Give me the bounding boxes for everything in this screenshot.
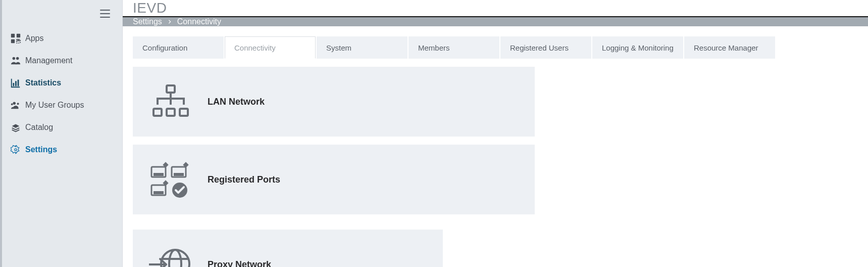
sidebar: Apps Management Statistics My User Group…	[0, 0, 123, 267]
tab-label: Registered Users	[510, 43, 569, 52]
svg-rect-21	[174, 173, 184, 176]
tab-label: Logging & Monitoring	[602, 43, 674, 52]
tab-label: Connectivity	[234, 43, 276, 52]
svg-rect-14	[154, 109, 162, 116]
sidebar-item-label: Statistics	[24, 78, 61, 87]
sidebar-item-label: Management	[24, 56, 72, 65]
svg-point-11	[11, 103, 13, 105]
sidebar-item-settings[interactable]: Settings	[2, 139, 122, 161]
svg-point-9	[13, 102, 16, 105]
tab-label: Members	[418, 43, 450, 52]
card-registered-ports[interactable]: Registered Ports	[133, 145, 535, 214]
statistics-icon	[7, 77, 24, 88]
tab-configuration[interactable]: Configuration	[133, 36, 224, 59]
card-title: Proxy Network	[208, 259, 271, 268]
svg-rect-13	[167, 85, 175, 93]
sidebar-item-apps[interactable]: Apps	[2, 27, 122, 50]
svg-rect-16	[180, 109, 188, 116]
card-proxy-network[interactable]: Proxy Network	[133, 230, 443, 267]
svg-point-12	[15, 149, 17, 151]
sidebar-item-label: Catalog	[24, 123, 53, 132]
svg-rect-1	[17, 34, 20, 37]
breadcrumb-root[interactable]: Settings	[133, 17, 162, 26]
registered-ports-icon	[148, 159, 193, 200]
sidebar-item-label: Apps	[24, 34, 43, 43]
tab-system[interactable]: System	[317, 36, 407, 59]
tab-label: Resource Manager	[694, 43, 758, 52]
sidebar-item-management[interactable]: Management	[2, 50, 122, 72]
tabs: Configuration Connectivity System Member…	[133, 36, 858, 59]
chevron-right-icon	[167, 17, 172, 26]
tab-logging-monitoring[interactable]: Logging & Monitoring	[592, 36, 683, 59]
tab-connectivity[interactable]: Connectivity	[225, 36, 316, 59]
breadcrumb-current: Connectivity	[177, 17, 221, 26]
sidebar-item-user-groups[interactable]: My User Groups	[2, 94, 122, 116]
apps-icon	[7, 33, 24, 44]
svg-rect-0	[11, 34, 15, 37]
card-title: LAN Network	[208, 97, 265, 107]
card-title: Registered Ports	[208, 174, 280, 185]
svg-rect-8	[18, 80, 19, 86]
proxy-network-icon	[148, 244, 193, 267]
page-title: IEVD	[133, 0, 167, 16]
svg-point-5	[16, 57, 19, 60]
svg-point-10	[17, 103, 19, 105]
sidebar-item-label: Settings	[24, 145, 57, 154]
user-groups-icon	[7, 100, 24, 111]
sidebar-item-label: My User Groups	[24, 101, 84, 110]
breadcrumb: Settings Connectivity	[123, 17, 868, 26]
sidebar-item-catalog[interactable]: Catalog	[2, 116, 122, 139]
tab-registered-users[interactable]: Registered Users	[500, 36, 591, 59]
sidebar-top	[2, 0, 122, 27]
settings-icon	[7, 145, 24, 155]
tab-resource-manager[interactable]: Resource Manager	[684, 36, 775, 59]
svg-point-4	[13, 57, 15, 60]
svg-rect-18	[154, 173, 164, 176]
svg-rect-6	[13, 83, 15, 86]
header: IEVD	[123, 0, 868, 17]
lan-network-icon	[148, 81, 193, 122]
svg-rect-24	[154, 191, 164, 194]
svg-rect-7	[15, 81, 17, 86]
svg-rect-15	[167, 109, 175, 116]
management-icon	[7, 55, 24, 66]
menu-toggle-icon[interactable]	[100, 10, 110, 18]
tab-label: Configuration	[142, 43, 187, 52]
cards-area: LAN Network	[133, 67, 858, 267]
tab-label: System	[326, 43, 351, 52]
main-content: IEVD Settings Connectivity Configuration…	[123, 0, 868, 267]
catalog-icon	[7, 122, 24, 133]
card-lan-network[interactable]: LAN Network	[133, 67, 535, 137]
sidebar-item-statistics[interactable]: Statistics	[2, 72, 122, 94]
svg-rect-2	[11, 39, 15, 43]
sidebar-nav: Apps Management Statistics My User Group…	[2, 27, 122, 161]
tab-members[interactable]: Members	[409, 36, 499, 59]
